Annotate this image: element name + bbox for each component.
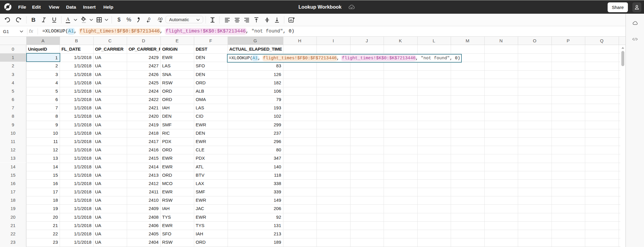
svg-text:.0: .0 [147,17,150,21]
svg-text:A: A [66,17,70,22]
svg-text:.00: .00 [157,17,163,21]
